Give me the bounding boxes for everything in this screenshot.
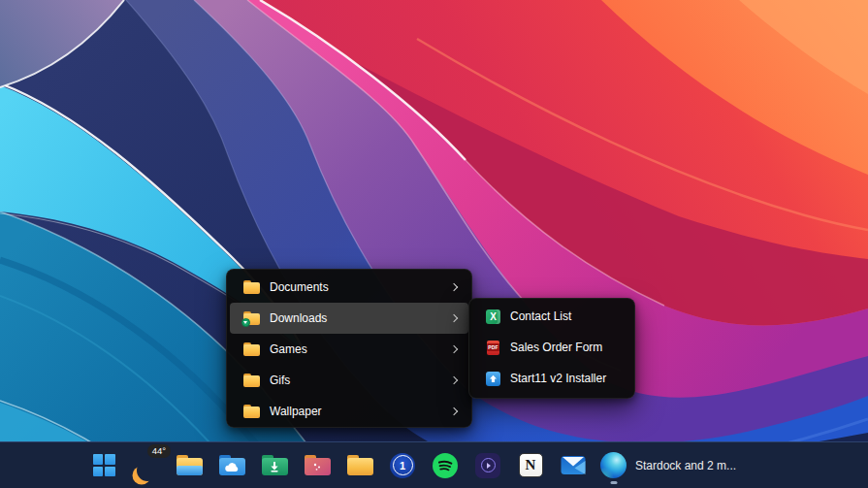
menu-item-downloads[interactable]: Downloads xyxy=(230,303,468,334)
menu-item-gifs[interactable]: Gifs xyxy=(230,365,468,396)
taskbar: 44° xyxy=(0,441,868,488)
taskbar-spotify-button[interactable] xyxy=(424,444,466,487)
submenu-item-label: Start11 v2 Installer xyxy=(510,372,622,385)
taskbar-clipchamp-button[interactable] xyxy=(466,444,509,487)
chevron-right-icon xyxy=(450,376,458,384)
menu-item-label: Wallpaper xyxy=(270,405,451,418)
taskbar-notion-button[interactable]: N xyxy=(509,444,552,487)
taskbar-downloads-folder-button[interactable] xyxy=(253,444,296,487)
taskbar-onedrive-folder-button[interactable] xyxy=(210,444,253,487)
pdf-file-icon: PDF xyxy=(487,341,499,355)
submenu-item-label: Sales Order Form xyxy=(510,341,622,354)
submenu-item-contact-list[interactable]: X Contact List xyxy=(472,301,631,332)
edge-window-title: Stardock and 2 m... xyxy=(635,459,736,472)
downloads-folder-icon xyxy=(262,455,288,475)
taskbar-1password-button[interactable]: 1 xyxy=(381,444,424,487)
weather-moon-icon: 44° xyxy=(131,448,162,483)
taskbar-start-button[interactable] xyxy=(82,444,125,487)
menu-item-wallpaper[interactable]: Wallpaper xyxy=(230,396,468,427)
mail-icon xyxy=(561,455,586,475)
desktop: Documents Downloads Games Gifs Wallpaper… xyxy=(0,0,868,488)
taskbar-edge-window-button[interactable]: Stardock and 2 m... xyxy=(595,444,748,487)
menu-item-label: Gifs xyxy=(270,374,451,387)
cloud-folder-icon xyxy=(219,455,245,475)
folder-icon xyxy=(243,405,260,418)
windows-logo-icon xyxy=(93,454,115,476)
folder-icon xyxy=(243,280,260,294)
menu-item-label: Games xyxy=(270,342,451,356)
spotify-icon xyxy=(433,453,458,478)
media-folder-icon xyxy=(305,455,331,475)
chevron-right-icon xyxy=(450,283,458,291)
taskbar-folder-button[interactable] xyxy=(338,444,381,487)
download-arrow-badge-icon xyxy=(241,318,250,327)
menu-item-label: Documents xyxy=(270,280,451,294)
folder-icon xyxy=(243,374,260,387)
chevron-right-icon xyxy=(450,314,458,322)
submenu-item-label: Contact List xyxy=(510,309,622,323)
file-explorer-icon xyxy=(177,455,203,475)
taskbar-pictures-folder-button[interactable] xyxy=(296,444,338,487)
taskbar-weather-widget[interactable]: 44° xyxy=(125,444,168,487)
running-app-indicator xyxy=(610,481,617,484)
taskbar-file-explorer-button[interactable] xyxy=(168,444,210,487)
folder-icon xyxy=(347,455,373,475)
crescent-moon-icon xyxy=(137,460,158,481)
chevron-right-icon xyxy=(450,407,458,415)
1password-digit: 1 xyxy=(400,460,405,472)
folder-icon xyxy=(243,342,260,356)
menu-item-games[interactable]: Games xyxy=(230,334,468,365)
taskbar-mail-button[interactable] xyxy=(552,444,595,487)
start11-installer-icon xyxy=(486,372,500,386)
menu-item-label: Downloads xyxy=(270,311,451,325)
edge-icon xyxy=(600,452,627,478)
excel-file-icon: X xyxy=(486,309,500,324)
submenu-item-sales-order-form[interactable]: PDF Sales Order Form xyxy=(472,332,631,363)
clipchamp-icon xyxy=(475,453,500,478)
notion-icon: N xyxy=(519,453,543,477)
1password-icon: 1 xyxy=(390,453,415,478)
chevron-right-icon xyxy=(450,345,458,353)
context-submenu-downloads: X Contact List PDF Sales Order Form Star… xyxy=(468,298,635,399)
context-menu-folders: Documents Downloads Games Gifs Wallpaper xyxy=(226,269,472,428)
pdf-badge-label: PDF xyxy=(487,343,500,351)
menu-item-documents[interactable]: Documents xyxy=(230,272,468,303)
folder-download-icon xyxy=(243,311,260,325)
submenu-item-start11-installer[interactable]: Start11 v2 Installer xyxy=(472,363,631,394)
